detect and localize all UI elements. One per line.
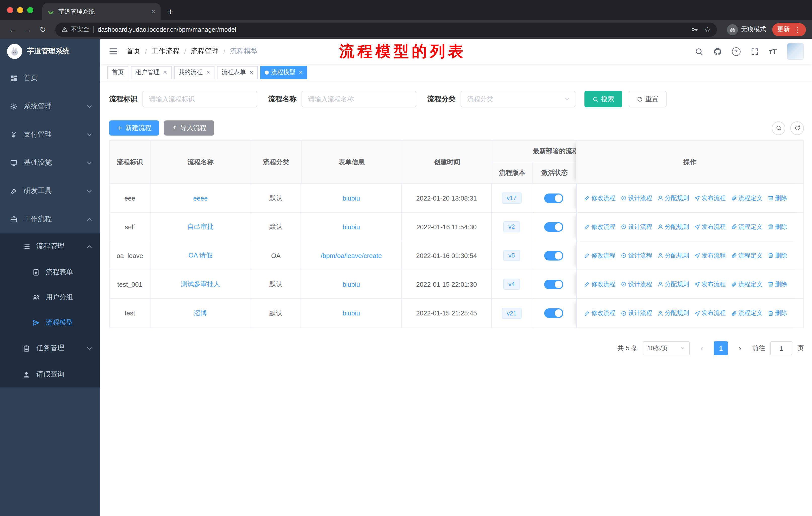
close-icon[interactable]: × xyxy=(249,69,253,76)
sidebar-item-process-form[interactable]: 流程表单 xyxy=(0,260,100,285)
delete-process-action[interactable]: 删除 xyxy=(767,194,787,202)
design-process-action[interactable]: 设计流程 xyxy=(620,280,652,289)
new-tab-button[interactable]: + xyxy=(168,7,173,17)
process-name-input[interactable] xyxy=(301,91,416,107)
process-name-link[interactable]: 滔博 xyxy=(194,309,207,318)
version-tag[interactable]: v2 xyxy=(503,221,520,232)
sidebar-toggle-icon[interactable] xyxy=(108,46,118,56)
process-name-link[interactable]: 测试多审批人 xyxy=(181,280,220,289)
assign-rule-action[interactable]: 分配规则 xyxy=(657,251,689,260)
process-name-link[interactable]: OA 请假 xyxy=(188,251,212,260)
form-info-link[interactable]: biubiu xyxy=(343,223,360,230)
version-tag[interactable]: v5 xyxy=(503,250,520,261)
sidebar-item-dev-tools[interactable]: 研发工具 xyxy=(0,177,100,205)
help-icon[interactable]: ? xyxy=(732,47,740,56)
process-definition-action[interactable]: 流程定义 xyxy=(731,280,762,289)
active-toggle[interactable] xyxy=(544,279,563,289)
edit-process-action[interactable]: 修改流程 xyxy=(584,280,615,289)
browser-menu-icon[interactable]: ⋮ xyxy=(794,26,801,33)
design-process-action[interactable]: 设计流程 xyxy=(620,309,652,318)
sidebar-item-process-management[interactable]: 流程管理 xyxy=(0,233,100,260)
close-icon[interactable]: × xyxy=(206,69,210,76)
key-icon[interactable] xyxy=(690,26,698,33)
publish-process-action[interactable]: 发布流程 xyxy=(694,280,726,289)
browser-tab[interactable]: 芋道管理系统 × xyxy=(42,3,161,20)
back-button[interactable]: ← xyxy=(6,25,19,34)
active-toggle[interactable] xyxy=(544,222,563,232)
sidebar-item-process-model[interactable]: 流程模型 xyxy=(0,310,100,335)
current-page-button[interactable]: 1 xyxy=(714,341,728,355)
prev-page-button[interactable]: ‹ xyxy=(695,341,709,355)
breadcrumb-home[interactable]: 首页 xyxy=(126,47,141,56)
page-size-select[interactable]: 10条/页 xyxy=(643,341,690,355)
close-icon[interactable]: × xyxy=(163,69,167,76)
goto-page-input[interactable] xyxy=(770,341,792,355)
publish-process-action[interactable]: 发布流程 xyxy=(694,309,726,318)
address-bar[interactable]: 不安全 dashboard.yudao.iocoder.cn/bpm/manag… xyxy=(55,22,717,36)
security-indicator[interactable]: 不安全 xyxy=(61,25,89,34)
update-browser-button[interactable]: 更新 ⋮ xyxy=(772,23,806,36)
version-tag[interactable]: v21 xyxy=(502,308,522,319)
close-window-button[interactable] xyxy=(7,7,13,13)
zoom-window-button[interactable] xyxy=(27,7,33,13)
sidebar-item-workflow[interactable]: 工作流程 xyxy=(0,205,100,233)
bookmark-star-icon[interactable]: ☆ xyxy=(704,26,711,33)
process-name-link[interactable]: 自己审批 xyxy=(187,222,213,231)
delete-process-action[interactable]: 删除 xyxy=(767,222,787,231)
font-size-icon[interactable]: тT xyxy=(769,47,777,55)
search-button[interactable]: 搜索 xyxy=(584,91,622,107)
github-icon[interactable] xyxy=(713,47,722,56)
sidebar-item-payment-management[interactable]: 支付管理 xyxy=(0,120,100,148)
edit-process-action[interactable]: 修改流程 xyxy=(584,309,615,318)
delete-process-action[interactable]: 删除 xyxy=(767,309,787,318)
user-avatar[interactable] xyxy=(787,43,804,60)
reload-button[interactable]: ↻ xyxy=(36,25,49,34)
sidebar-item-system-management[interactable]: 系统管理 xyxy=(0,92,100,120)
toggle-search-button[interactable] xyxy=(772,121,785,135)
forward-button[interactable]: → xyxy=(21,25,34,34)
sidebar-item-user-group[interactable]: 用户分组 xyxy=(0,285,100,310)
search-icon[interactable] xyxy=(694,47,703,56)
process-definition-action[interactable]: 流程定义 xyxy=(731,222,762,231)
design-process-action[interactable]: 设计流程 xyxy=(620,251,652,260)
import-process-button[interactable]: 导入流程 xyxy=(164,120,214,136)
publish-process-action[interactable]: 发布流程 xyxy=(694,222,726,231)
form-info-link[interactable]: biubiu xyxy=(343,194,360,202)
create-process-button[interactable]: 新建流程 xyxy=(109,120,159,136)
close-icon[interactable]: × xyxy=(299,69,303,76)
assign-rule-action[interactable]: 分配规则 xyxy=(657,280,689,289)
edit-process-action[interactable]: 修改流程 xyxy=(584,222,615,231)
tag-my-process[interactable]: 我的流程 × xyxy=(174,66,214,79)
tag-home[interactable]: 首页 xyxy=(107,66,128,79)
refresh-table-button[interactable] xyxy=(790,121,804,135)
tag-process-model[interactable]: 流程模型 × xyxy=(260,66,307,79)
minimize-window-button[interactable] xyxy=(17,7,23,13)
next-page-button[interactable]: › xyxy=(733,341,747,355)
active-toggle[interactable] xyxy=(544,251,563,260)
design-process-action[interactable]: 设计流程 xyxy=(620,194,652,202)
publish-process-action[interactable]: 发布流程 xyxy=(694,194,726,202)
edit-process-action[interactable]: 修改流程 xyxy=(584,251,615,260)
sidebar-item-leave-query[interactable]: 请假查询 xyxy=(0,361,100,387)
process-definition-action[interactable]: 流程定义 xyxy=(731,309,762,318)
breadcrumb-workflow[interactable]: 工作流程 xyxy=(151,47,180,56)
sidebar-item-home[interactable]: 首页 xyxy=(0,64,100,92)
design-process-action[interactable]: 设计流程 xyxy=(620,222,652,231)
tag-process-form[interactable]: 流程表单 × xyxy=(217,66,258,79)
sidebar-item-infrastructure[interactable]: 基础设施 xyxy=(0,148,100,177)
process-category-select[interactable]: 流程分类 xyxy=(461,91,575,107)
assign-rule-action[interactable]: 分配规则 xyxy=(657,309,689,318)
form-info-link[interactable]: /bpm/oa/leave/create xyxy=(321,252,382,259)
form-info-link[interactable]: biubiu xyxy=(343,309,360,317)
active-toggle[interactable] xyxy=(544,308,563,318)
edit-process-action[interactable]: 修改流程 xyxy=(584,194,615,202)
form-info-link[interactable]: biubiu xyxy=(343,280,360,288)
delete-process-action[interactable]: 删除 xyxy=(767,280,787,289)
delete-process-action[interactable]: 删除 xyxy=(767,251,787,260)
version-tag[interactable]: v17 xyxy=(502,192,522,203)
publish-process-action[interactable]: 发布流程 xyxy=(694,251,726,260)
reset-button[interactable]: 重置 xyxy=(629,91,667,107)
close-tab-icon[interactable]: × xyxy=(151,8,155,15)
sidebar-item-task-management[interactable]: 任务管理 xyxy=(0,335,100,361)
tag-tenant-management[interactable]: 租户管理 × xyxy=(131,66,171,79)
